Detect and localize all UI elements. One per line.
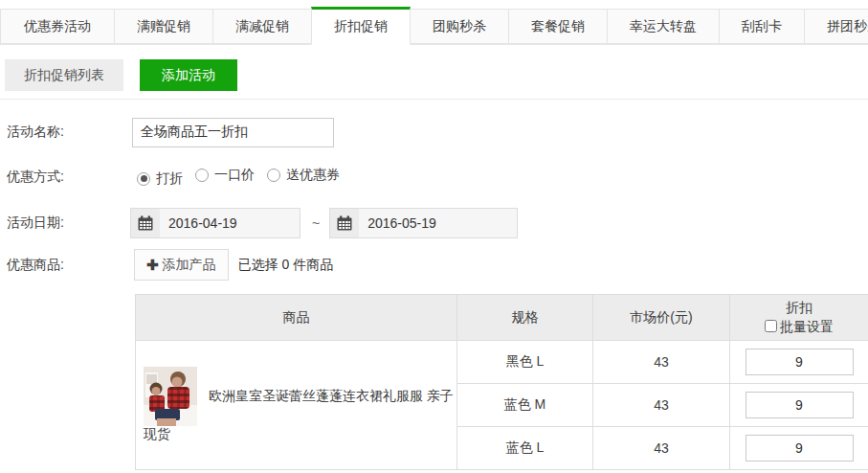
discount-input[interactable] [746,392,854,418]
discount-input[interactable] [746,349,854,375]
add-activity-button[interactable]: 添加活动 [140,59,237,91]
batch-setting-label: 批量设置 [780,317,834,336]
radio-icon [267,169,280,182]
activity-name-row: 活动名称: [7,117,868,147]
spec-cell: 蓝色 L [457,427,593,470]
method-option-1[interactable]: 打折 [137,170,183,188]
plus-icon: ✚ [146,257,159,274]
method-option-label: 一口价 [214,167,255,184]
add-product-button-label: 添加产品 [163,257,216,274]
activity-name-label: 活动名称: [7,124,132,141]
tab-bar: 优惠券活动满赠促销满减促销折扣促销团购秒杀套餐促销幸运大转盘刮刮卡拼团秒杀 [0,0,868,45]
header-discount-title: 折扣 [730,298,868,317]
tab-1[interactable]: 优惠券活动 [0,9,115,44]
spec-cell: 黑色 L [457,341,593,384]
add-product-button[interactable]: ✚ 添加产品 [134,249,229,281]
batch-setting-checkbox[interactable] [765,320,777,332]
end-date-value: 2016-05-19 [359,215,436,231]
table-header-row: 商品 规格 市场价(元) 折扣 批量设置 [136,295,868,341]
selected-count-text: 已选择 0 件商品 [238,257,334,274]
tab-2[interactable]: 满赠促销 [114,9,213,44]
calendar-icon [131,209,160,237]
radio-icon [195,169,209,182]
discount-cell [730,384,868,427]
activity-form: 活动名称: 优惠方式: 打折一口价送优惠券 活动日期: 2016-04-19 ~ [0,100,868,470]
product-cell: 欧洲皇室圣诞蕾丝蓬蓬连衣裙礼服服 亲子现货 [136,341,457,470]
product-table: 商品 规格 市场价(元) 折扣 批量设置 [135,294,868,470]
tab-9[interactable]: 拼团秒杀 [804,9,868,44]
tab-8[interactable]: 刮刮卡 [719,9,805,44]
radio-selected-icon [137,172,150,186]
price-cell: 43 [593,384,730,427]
method-option-3[interactable]: 送优惠券 [267,167,340,184]
product-table-wrap: 商品 规格 市场价(元) 折扣 批量设置 [135,294,868,470]
spec-cell: 蓝色 M [457,384,593,427]
calendar-icon [330,209,359,237]
start-date-value: 2016-04-19 [160,215,237,231]
tab-4[interactable]: 折扣促销 [311,7,411,45]
discount-products-label: 优惠商品: [7,257,132,274]
product-table-body: 欧洲皇室圣诞蕾丝蓬蓬连衣裙礼服服 亲子现货黑色 L43蓝色 M43蓝色 L43 [136,341,868,470]
discount-products-row: 优惠商品: ✚ 添加产品 已选择 0 件商品 [7,249,868,281]
discount-cell [730,341,868,384]
table-row: 欧洲皇室圣诞蕾丝蓬蓬连衣裙礼服服 亲子现货黑色 L43 [136,341,868,384]
sub-toolbar: 折扣促销列表 添加活动 [5,59,868,91]
discount-method-label: 优惠方式: [7,169,132,186]
price-cell: 43 [593,427,730,470]
method-option-label: 送优惠券 [286,167,340,184]
tab-7[interactable]: 幸运大转盘 [607,9,720,44]
product-photo [144,367,197,426]
end-date-input[interactable]: 2016-05-19 [329,208,518,238]
header-spec: 规格 [457,295,593,341]
method-option-2[interactable]: 一口价 [195,167,255,184]
tab-5[interactable]: 团购秒杀 [410,9,509,44]
discount-list-button[interactable]: 折扣促销列表 [5,59,123,91]
activity-name-input[interactable] [132,118,334,147]
tab-3[interactable]: 满减促销 [212,9,312,44]
header-discount: 折扣 批量设置 [730,295,868,341]
method-option-label: 打折 [156,170,183,188]
activity-date-row: 活动日期: 2016-04-19 ~ [7,208,868,238]
activity-date-label: 活动日期: [7,214,132,232]
batch-setting-toggle[interactable]: 批量设置 [765,317,834,336]
tab-6[interactable]: 套餐促销 [508,9,608,44]
price-cell: 43 [593,341,730,384]
discount-method-row: 优惠方式: 打折一口价送优惠券 [7,168,868,187]
discount-cell [730,427,868,470]
discount-method-options: 打折一口价送优惠券 [137,167,352,188]
discount-input[interactable] [746,435,854,462]
date-range-separator: ~ [312,215,320,231]
header-product: 商品 [136,295,457,341]
header-price: 市场价(元) [593,295,730,341]
start-date-input[interactable]: 2016-04-19 [130,208,300,238]
